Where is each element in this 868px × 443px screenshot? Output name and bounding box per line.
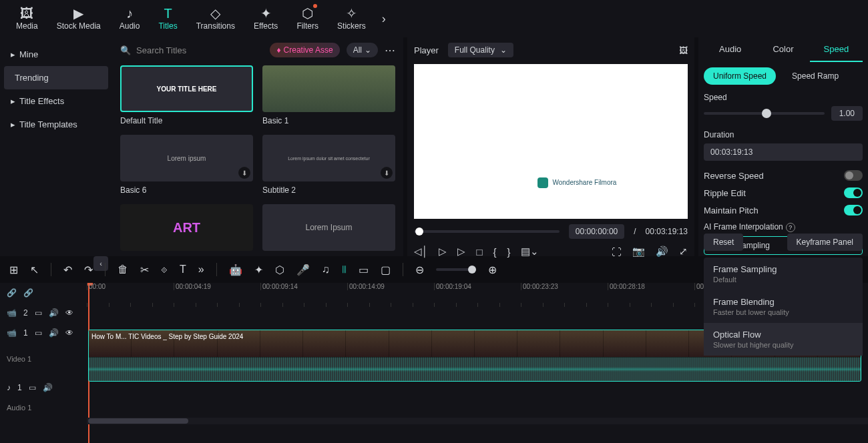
- redo-icon[interactable]: ↷: [84, 264, 93, 276]
- split-icon[interactable]: ⫴: [342, 264, 347, 276]
- sidebar-collapse-button[interactable]: ‹: [93, 256, 108, 271]
- lock-icon[interactable]: ▭: [35, 308, 42, 318]
- mute-icon[interactable]: 🔊: [49, 308, 59, 318]
- dd-option-frame-blending[interactable]: Frame BlendingFaster but lower quality: [704, 290, 863, 323]
- title-card[interactable]: Basic 1: [262, 65, 395, 125]
- zoom-slider[interactable]: [436, 268, 476, 271]
- cut-icon[interactable]: ✂: [140, 264, 149, 276]
- search-input[interactable]: 🔍Search Titles: [120, 45, 263, 55]
- tab-audio[interactable]: Audio: [704, 37, 756, 62]
- filter-all-chip[interactable]: All ⌄: [347, 43, 378, 57]
- camera-icon[interactable]: 📷: [632, 246, 645, 258]
- chevron-right-icon: ▸: [11, 96, 15, 106]
- play-rev-icon[interactable]: ▷: [439, 246, 447, 258]
- zoom-out-icon[interactable]: ⊖: [415, 264, 424, 276]
- dd-option-optical-flow[interactable]: Optical FlowSlower but higher quality: [704, 323, 863, 356]
- download-icon[interactable]: ⬇: [381, 167, 393, 179]
- nav-audio[interactable]: ♪Audio: [112, 4, 148, 33]
- tab-speed[interactable]: Speed: [810, 37, 863, 62]
- ai-icon[interactable]: 🤖: [229, 264, 242, 276]
- audio-icon: ♪: [126, 7, 133, 20]
- tab-color[interactable]: Color: [756, 37, 809, 62]
- label-pitch: Maintain Pitch: [704, 205, 758, 215]
- marker-menu-icon[interactable]: ▤⌄: [521, 246, 539, 258]
- nav-effects[interactable]: ✦Effects: [246, 4, 286, 33]
- mic-icon[interactable]: 🎤: [296, 264, 310, 276]
- nav-media[interactable]: 🖼Media: [8, 4, 46, 33]
- fullscreen-icon[interactable]: ⤢: [679, 246, 688, 258]
- marker-icon[interactable]: ▭: [359, 264, 369, 276]
- h-scrollbar[interactable]: [87, 418, 868, 424]
- reset-button[interactable]: Reset: [704, 234, 743, 251]
- reverse-toggle[interactable]: [844, 170, 863, 181]
- layout-icon[interactable]: ⊞: [9, 264, 18, 276]
- download-icon[interactable]: ⬇: [238, 167, 250, 179]
- nav-transitions[interactable]: ◇Transitions: [188, 4, 243, 33]
- sidebar-item-title-templates[interactable]: ▸Title Templates: [0, 113, 112, 136]
- text-icon[interactable]: T: [180, 264, 186, 276]
- pitch-toggle[interactable]: [844, 205, 863, 215]
- track-head-v2[interactable]: 📹2▭🔊👁: [0, 303, 87, 323]
- nav-stickers[interactable]: ✧Stickers: [329, 4, 374, 33]
- label-ripple: Ripple Edit: [704, 188, 746, 198]
- mute-icon[interactable]: 🔊: [43, 383, 53, 392]
- brace-close-icon[interactable]: }: [507, 246, 510, 258]
- volume-icon[interactable]: 🔊: [656, 246, 668, 258]
- subtab-speed-ramp[interactable]: Speed Ramp: [783, 67, 848, 85]
- watermark: Wondershare Filmora: [537, 177, 616, 188]
- track-head-link[interactable]: 🔗🔗: [0, 283, 87, 303]
- frame-icon[interactable]: ▢: [381, 264, 391, 276]
- crop-icon[interactable]: ⟐: [161, 264, 168, 276]
- sidebar-item-mine[interactable]: ▸Mine: [0, 43, 112, 66]
- pointer-icon[interactable]: ↖: [30, 264, 39, 276]
- scrub-slider[interactable]: [414, 230, 560, 233]
- speed-value[interactable]: 1.00: [831, 106, 863, 121]
- nav-stock-media[interactable]: ▶Stock Media: [49, 4, 109, 33]
- ripple-toggle[interactable]: [844, 187, 863, 198]
- music-icon[interactable]: ♫: [322, 264, 330, 276]
- eye-icon[interactable]: 👁: [65, 328, 73, 338]
- nav-filters[interactable]: ⬡Filters: [288, 4, 327, 33]
- lock-icon[interactable]: ▭: [29, 383, 36, 392]
- brace-open-icon[interactable]: {: [493, 246, 496, 258]
- shield-icon[interactable]: ⬡: [275, 264, 284, 276]
- sidebar-item-title-effects[interactable]: ▸Title Effects: [0, 89, 112, 113]
- subtab-uniform-speed[interactable]: Uniform Speed: [704, 67, 776, 85]
- snapshot-icon[interactable]: 🖼: [679, 45, 688, 55]
- title-card[interactable]: Lorem ipsum⬇ Basic 6: [120, 135, 253, 195]
- title-card[interactable]: YOUR TITLE HERE Default Title: [120, 65, 253, 125]
- title-card[interactable]: Lorem Ipsum: [262, 204, 395, 251]
- stop-icon[interactable]: □: [476, 246, 482, 258]
- more-icon[interactable]: »: [198, 264, 204, 276]
- speed-slider[interactable]: [704, 112, 825, 115]
- eye-icon[interactable]: 👁: [65, 308, 73, 318]
- sidebar-item-trending[interactable]: Trending: [4, 66, 108, 89]
- media-icon: 🖼: [20, 7, 33, 20]
- sparkle-icon[interactable]: ✦: [254, 264, 263, 276]
- undo-icon[interactable]: ↶: [63, 264, 72, 276]
- title-card[interactable]: Lorem ipsum dolor sit amet consectetur⬇ …: [262, 135, 395, 195]
- preview-canvas[interactable]: Wondershare Filmora: [414, 64, 688, 219]
- player-label: Player: [414, 45, 439, 55]
- nav-titles[interactable]: TTitles: [150, 4, 185, 33]
- lock-icon[interactable]: ▭: [35, 328, 42, 338]
- help-icon[interactable]: ?: [786, 223, 795, 232]
- label-duration: Duration: [704, 130, 863, 139]
- delete-icon[interactable]: 🗑: [118, 264, 128, 276]
- keyframe-panel-button[interactable]: Keyframe Panel: [787, 234, 863, 251]
- play-icon[interactable]: ▷: [457, 246, 465, 258]
- nav-scroll-right-icon[interactable]: ›: [382, 12, 386, 26]
- track-head-audio1[interactable]: ♪1▭🔊: [0, 378, 87, 398]
- track-head-video1[interactable]: 📹1▭🔊👁 Video 1: [0, 323, 87, 378]
- mute-icon[interactable]: 🔊: [49, 328, 59, 338]
- duration-input[interactable]: 00:03:19:13: [704, 143, 863, 161]
- display-icon[interactable]: ⛶: [612, 246, 622, 258]
- prev-frame-icon[interactable]: ◁│: [414, 246, 428, 258]
- title-card[interactable]: ART: [120, 204, 253, 251]
- stock-icon: ▶: [73, 7, 83, 20]
- quality-select[interactable]: Full Quality⌄: [448, 43, 513, 57]
- creative-assets-chip[interactable]: ♦Creative Asse: [270, 43, 339, 57]
- dd-option-frame-sampling[interactable]: Frame SamplingDefault: [704, 258, 863, 290]
- zoom-in-icon[interactable]: ⊕: [488, 264, 497, 276]
- more-menu-icon[interactable]: ⋯: [385, 44, 395, 57]
